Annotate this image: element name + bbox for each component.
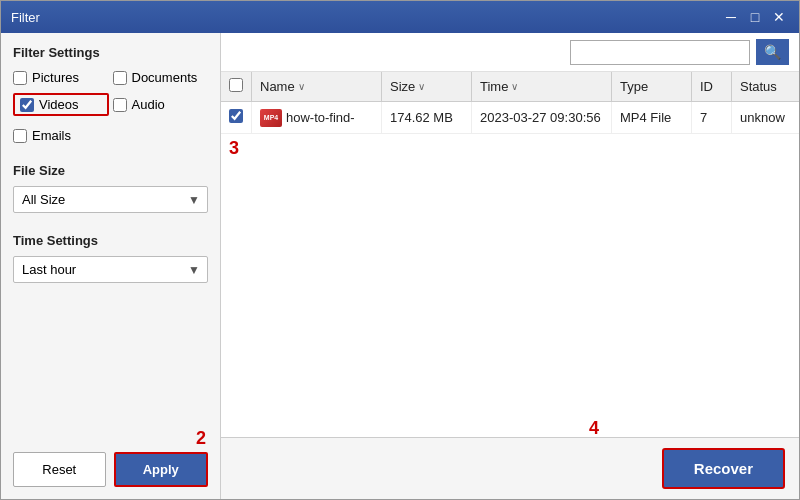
- file-size-section: File Size All Size < 1 MB 1 MB - 10 MB 1…: [13, 163, 208, 229]
- file-size-select[interactable]: All Size < 1 MB 1 MB - 10 MB 10 MB - 100…: [13, 186, 208, 213]
- filter-checkboxes: Pictures Documents Videos Audio: [13, 70, 208, 116]
- file-icon-cell: MP4 how-to-find-: [260, 109, 355, 127]
- header-id: ID: [692, 72, 732, 102]
- file-size-wrapper: All Size < 1 MB 1 MB - 10 MB 10 MB - 100…: [13, 186, 208, 213]
- checkbox-pictures[interactable]: Pictures: [13, 70, 109, 85]
- maximize-button[interactable]: □: [745, 7, 765, 27]
- checkbox-documents[interactable]: Documents: [113, 70, 209, 85]
- titlebar: Filter ─ □ ✕: [1, 1, 799, 33]
- window: Filter ─ □ ✕ 3 4 1 Filter Settings Pictu…: [0, 0, 800, 500]
- documents-label: Documents: [132, 70, 198, 85]
- row-time-cell: 2023-03-27 09:30:56: [472, 102, 612, 134]
- table-header-row: Name ∨ Size ∨: [221, 72, 799, 102]
- filter-settings-title: Filter Settings: [13, 45, 208, 60]
- pictures-label: Pictures: [32, 70, 79, 85]
- apply-button[interactable]: Apply: [114, 452, 209, 487]
- row-status-cell: unknow: [732, 102, 800, 134]
- file-table: Name ∨ Size ∨: [221, 72, 799, 134]
- header-status: Status: [732, 72, 800, 102]
- emails-checkbox[interactable]: [13, 129, 27, 143]
- sort-size[interactable]: Size ∨: [390, 79, 463, 94]
- row-type-cell: MP4 File: [612, 102, 692, 134]
- checkbox-videos[interactable]: Videos: [13, 93, 109, 116]
- time-select[interactable]: Last hour Last day Last week Last month …: [13, 256, 208, 283]
- close-button[interactable]: ✕: [769, 7, 789, 27]
- recover-button[interactable]: Recover: [662, 448, 785, 489]
- annotation-label-4: 4: [589, 418, 599, 439]
- emails-label: Emails: [32, 128, 71, 143]
- header-checkbox-col: [221, 72, 252, 102]
- sort-time[interactable]: Time ∨: [480, 79, 603, 94]
- documents-checkbox[interactable]: [113, 71, 127, 85]
- audio-label: Audio: [132, 97, 165, 112]
- sort-name-arrow: ∨: [298, 81, 305, 92]
- row-checkbox[interactable]: [229, 109, 243, 123]
- pictures-checkbox[interactable]: [13, 71, 27, 85]
- header-size[interactable]: Size ∨: [382, 72, 472, 102]
- select-all-checkbox[interactable]: [229, 78, 243, 92]
- table-body: MP4 how-to-find- 174.62 MB 2023-03-27 09…: [221, 102, 799, 134]
- sidebar: 1 Filter Settings Pictures Documents Vid…: [1, 33, 221, 499]
- right-footer: Recover: [221, 437, 799, 499]
- time-settings-section: Time Settings Last hour Last day Last we…: [13, 233, 208, 299]
- row-size-cell: 174.62 MB: [382, 102, 472, 134]
- window-controls: ─ □ ✕: [721, 7, 789, 27]
- search-button[interactable]: 🔍: [756, 39, 789, 65]
- window-title: Filter: [11, 10, 40, 25]
- row-name: how-to-find-: [286, 110, 355, 125]
- right-panel: 🔍 Name ∨: [221, 33, 799, 499]
- main-content: 3 4 1 Filter Settings Pictures Documents…: [1, 33, 799, 499]
- sort-name[interactable]: Name ∨: [260, 79, 373, 94]
- file-size-title: File Size: [13, 163, 208, 178]
- mp4-icon: MP4: [260, 109, 282, 127]
- annotation-label-2: 2: [196, 428, 206, 449]
- search-input[interactable]: [570, 40, 750, 65]
- row-name-cell: MP4 how-to-find-: [252, 102, 382, 134]
- table-row: MP4 how-to-find- 174.62 MB 2023-03-27 09…: [221, 102, 799, 134]
- reset-button[interactable]: Reset: [13, 452, 106, 487]
- audio-checkbox[interactable]: [113, 98, 127, 112]
- videos-label: Videos: [39, 97, 79, 112]
- row-checkbox-cell: [221, 102, 252, 134]
- time-select-wrapper: Last hour Last day Last week Last month …: [13, 256, 208, 283]
- row-id-cell: 7: [692, 102, 732, 134]
- minimize-button[interactable]: ─: [721, 7, 741, 27]
- annotation-label-3: 3: [229, 138, 239, 159]
- header-name[interactable]: Name ∨: [252, 72, 382, 102]
- sort-size-arrow: ∨: [418, 81, 425, 92]
- checkbox-emails[interactable]: Emails: [13, 128, 208, 143]
- checkbox-audio[interactable]: Audio: [113, 93, 209, 116]
- header-type: Type: [612, 72, 692, 102]
- right-toolbar: 🔍: [221, 33, 799, 72]
- file-table-container: Name ∨ Size ∨: [221, 72, 799, 437]
- time-settings-title: Time Settings: [13, 233, 208, 248]
- sidebar-footer: Reset Apply: [13, 440, 208, 487]
- sort-time-arrow: ∨: [511, 81, 518, 92]
- videos-checkbox[interactable]: [20, 98, 34, 112]
- header-time[interactable]: Time ∨: [472, 72, 612, 102]
